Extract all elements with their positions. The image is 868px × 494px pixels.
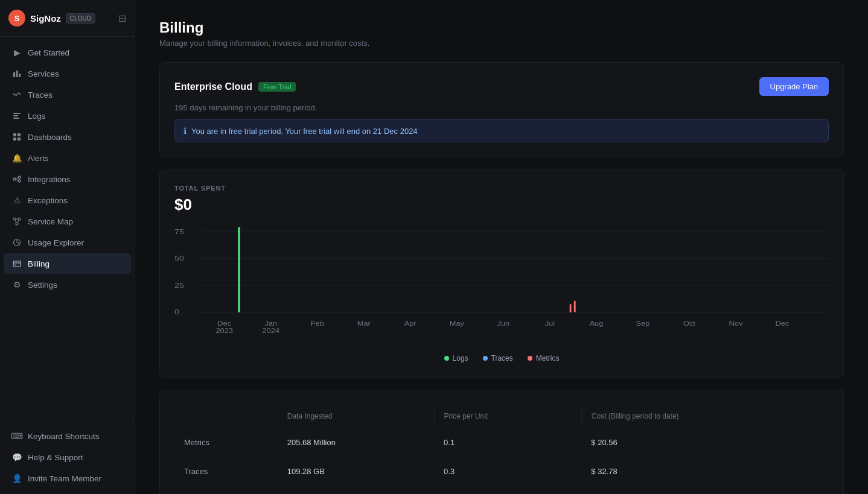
logs-dot	[444, 356, 449, 361]
svg-text:Feb: Feb	[311, 320, 324, 326]
svg-rect-8	[13, 138, 16, 141]
legend-logs: Logs	[444, 354, 468, 363]
row-metrics-ingested: 205.68 Million	[278, 428, 434, 457]
svg-text:0: 0	[174, 308, 179, 316]
sidebar-item-get-started[interactable]: ▶ Get Started	[4, 42, 131, 63]
logo-text: SigNoz	[30, 13, 61, 24]
enterprise-header: Enterprise Cloud Free Trial Upgrade Plan	[174, 77, 829, 96]
sidebar-item-settings[interactable]: ⚙ Settings	[4, 274, 131, 295]
trial-notice: ℹ You are in free trial period. Your fre…	[174, 119, 829, 142]
svg-line-20	[18, 220, 19, 223]
logs-icon	[12, 111, 22, 121]
svg-text:Mar: Mar	[357, 320, 371, 326]
logo-icon: S	[8, 10, 25, 27]
svg-point-12	[18, 180, 21, 182]
svg-text:Jun: Jun	[497, 320, 510, 326]
invite-icon: 👤	[12, 473, 22, 483]
total-spent-label: TOTAL SPENT	[174, 185, 829, 192]
billing-icon	[12, 259, 22, 268]
sidebar-item-usage-explorer[interactable]: Usage Explorer	[4, 232, 131, 253]
svg-text:Dec: Dec	[776, 320, 790, 326]
spending-chart: 75 50 25 0 Dec 2023 Jan 2024 Feb	[174, 224, 829, 344]
billing-period-text: 195 days remaining in your billing perio…	[174, 103, 829, 112]
svg-text:Sep: Sep	[636, 320, 649, 326]
row-traces-price: 0.3	[434, 457, 581, 486]
traces-dot	[483, 356, 488, 361]
sidebar-item-invite-team-member[interactable]: 👤 Invite Team Member	[4, 468, 131, 489]
row-metrics-price: 0.1	[434, 428, 581, 457]
svg-text:25: 25	[174, 281, 184, 289]
col-header-price: Price per Unit	[434, 405, 581, 428]
svg-rect-0	[13, 72, 15, 77]
metrics-dot	[528, 356, 532, 361]
svg-text:50: 50	[174, 255, 184, 262]
free-trial-badge: Free Trial	[258, 82, 296, 92]
map-icon	[12, 217, 22, 226]
sidebar-item-logs[interactable]: Logs	[4, 106, 131, 126]
chart-legend: Logs Traces Metrics	[174, 354, 829, 363]
svg-rect-1	[16, 71, 18, 77]
billing-table-card: Data Ingested Price per Unit Cost (Billi…	[159, 390, 844, 494]
svg-point-11	[18, 176, 21, 179]
row-traces-ingested: 109.28 GB	[278, 457, 434, 486]
sidebar-item-services[interactable]: Services	[4, 63, 131, 84]
col-header-name	[174, 405, 278, 428]
svg-line-19	[15, 220, 16, 223]
row-traces-cost: $ 32.78	[581, 457, 829, 486]
svg-text:Dec: Dec	[217, 320, 231, 326]
bar-icon	[12, 69, 22, 78]
svg-rect-23	[14, 265, 16, 266]
keyboard-icon: ⌨	[12, 431, 22, 441]
col-header-data-ingested: Data Ingested	[278, 405, 434, 428]
enterprise-cloud-card: Enterprise Cloud Free Trial Upgrade Plan…	[159, 62, 844, 157]
sidebar-item-service-map[interactable]: Service Map	[4, 211, 131, 232]
page-title: Billing	[159, 19, 844, 36]
sidebar-item-help-support[interactable]: 💬 Help & Support	[4, 447, 131, 467]
table-row: Traces 109.28 GB 0.3 $ 32.78	[174, 457, 829, 486]
upgrade-plan-button[interactable]: Upgrade Plan	[759, 77, 829, 96]
svg-rect-2	[19, 74, 21, 77]
svg-text:Apr: Apr	[404, 320, 416, 326]
dashboard-icon	[12, 132, 22, 142]
total-spent-value: $0	[174, 195, 829, 214]
billing-table: Data Ingested Price per Unit Cost (Billi…	[174, 405, 829, 494]
svg-rect-3	[13, 113, 21, 114]
sidebar-item-billing[interactable]: Billing	[4, 253, 131, 274]
svg-text:Nov: Nov	[729, 320, 743, 326]
svg-text:Aug: Aug	[589, 320, 603, 326]
sidebar-bottom: ⌨ Keyboard Shortcuts 💬 Help & Support 👤 …	[0, 420, 135, 494]
info-icon: ℹ	[183, 126, 187, 136]
row-logs-cost: $ 210.72	[581, 486, 829, 495]
sidebar-item-exceptions[interactable]: ⚠ Exceptions	[4, 190, 131, 211]
cloud-badge: CLOUD	[66, 13, 95, 24]
svg-text:Jul: Jul	[545, 320, 555, 326]
sidebar-item-traces[interactable]: Traces	[4, 84, 131, 105]
svg-text:Oct: Oct	[683, 320, 696, 326]
usage-icon	[12, 238, 22, 247]
sidebar-logo: S SigNoz CLOUD ⊟	[0, 0, 135, 37]
svg-text:75: 75	[174, 227, 184, 235]
svg-rect-4	[13, 115, 18, 116]
table-row: Logs 702.41 GB 0.3 $ 210.72	[174, 486, 829, 495]
svg-text:2023: 2023	[215, 328, 233, 334]
row-logs-ingested: 702.41 GB	[278, 486, 434, 495]
sidebar-item-dashboards[interactable]: Dashboards	[4, 127, 131, 147]
sidebar-item-keyboard-shortcuts[interactable]: ⌨ Keyboard Shortcuts	[4, 426, 131, 446]
col-header-cost: Cost (Billing period to date)	[581, 405, 829, 428]
svg-point-10	[13, 178, 16, 180]
sidebar-item-integrations[interactable]: Integrations	[4, 169, 131, 189]
legend-metrics: Metrics	[528, 354, 560, 363]
svg-rect-22	[13, 261, 21, 267]
sidebar-toggle-icon[interactable]: ⊟	[118, 13, 126, 24]
chart-svg: 75 50 25 0 Dec 2023 Jan 2024 Feb	[174, 224, 829, 344]
svg-rect-6	[13, 133, 16, 136]
traces-icon	[12, 90, 22, 100]
exception-icon: ⚠	[12, 195, 22, 205]
row-traces-name: Traces	[174, 457, 278, 486]
svg-text:May: May	[450, 320, 465, 326]
svg-rect-5	[13, 118, 19, 119]
sidebar-nav: ▶ Get Started Services Traces	[0, 37, 135, 420]
legend-traces: Traces	[483, 354, 513, 363]
enterprise-title-row: Enterprise Cloud Free Trial	[174, 81, 296, 92]
sidebar-item-alerts[interactable]: 🔔 Alerts	[4, 148, 131, 168]
